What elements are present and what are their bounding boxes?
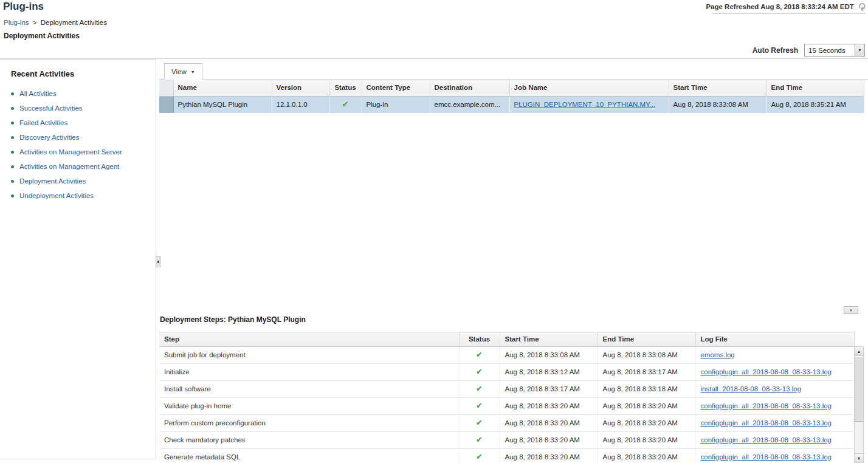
cell-end-time: Aug 8, 2018 8:33:18 AM xyxy=(598,381,695,398)
sidebar-item-label[interactable]: Undeployment Activities xyxy=(19,192,94,199)
col-header-content-type[interactable]: Content Type xyxy=(362,80,430,97)
chevron-down-icon[interactable]: ▼ xyxy=(855,44,864,56)
cell-end-time: Aug 8, 2018 8:33:20 AM xyxy=(598,432,695,449)
table-row[interactable]: Submit job for deployment ✔ Aug 8, 2018 … xyxy=(159,347,854,364)
table-options-button[interactable]: ▼ xyxy=(844,306,858,314)
job-name-link[interactable]: PLUGIN_DEPLOYMENT_10_PYTHIAN.MY... xyxy=(514,101,655,108)
auto-refresh-select[interactable]: 15 Seconds ▼ xyxy=(804,44,865,57)
success-check-icon: ✔ xyxy=(476,435,483,444)
log-file-link[interactable]: configplugin_all_2018-08-08_08-33-13.log xyxy=(701,402,832,410)
col-header-job-name[interactable]: Job Name xyxy=(509,80,669,97)
breadcrumb-current: Deployment Activities xyxy=(41,19,107,26)
sidebar-item-successful-activities[interactable]: Successful Activities xyxy=(11,101,156,115)
log-file-link[interactable]: emoms.log xyxy=(701,351,735,358)
success-check-icon: ✔ xyxy=(476,350,483,359)
col-header-name[interactable]: Name xyxy=(173,80,272,97)
refresh-icon[interactable]: ⟳ xyxy=(856,2,866,11)
col-header-end-time[interactable]: End Time xyxy=(598,332,695,347)
scrollbar-thumb[interactable] xyxy=(855,356,863,422)
sidebar-item-activities-management-agent[interactable]: Activities on Management Agent xyxy=(11,159,156,174)
sidebar-item-failed-activities[interactable]: Failed Activities xyxy=(11,115,156,130)
log-file-link[interactable]: configplugin_all_2018-08-08_08-33-13.log xyxy=(701,453,832,461)
sidebar-title: Recent Activities xyxy=(11,69,156,78)
log-file-link[interactable]: install_2018-08-08_08-33-13.log xyxy=(701,385,802,393)
cell-log-file: configplugin_all_2018-08-08_08-33-13.log xyxy=(695,364,854,381)
cell-step: Submit job for deployment xyxy=(159,347,459,364)
cell-start-time: Aug 8, 2018 8:33:08 AM xyxy=(669,97,766,114)
table-row[interactable]: Check mandatory patches ✔ Aug 8, 2018 8:… xyxy=(159,432,854,449)
table-row[interactable]: Install software ✔ Aug 8, 2018 8:33:17 A… xyxy=(159,381,854,398)
scroll-down-icon: ▼ xyxy=(857,456,861,461)
bullet-icon xyxy=(11,107,14,110)
breadcrumb-separator: > xyxy=(33,19,37,26)
cell-destination: emcc.example.com... xyxy=(430,97,509,114)
sidebar-item-all-activities[interactable]: All Activities xyxy=(11,86,156,101)
log-file-link[interactable]: configplugin_all_2018-08-08_08-33-13.log xyxy=(701,368,832,376)
cell-end-time: Aug 8, 2018 8:33:08 AM xyxy=(598,347,695,364)
page-refreshed-label: Page Refreshed xyxy=(706,3,759,10)
cell-step: Validate plug-in home xyxy=(159,398,459,415)
sidebar-item-label[interactable]: Activities on Management Agent xyxy=(19,163,119,170)
bullet-icon xyxy=(11,151,14,154)
col-header-end-time[interactable]: End Time xyxy=(766,80,864,97)
table-row[interactable]: Validate plug-in home ✔ Aug 8, 2018 8:33… xyxy=(159,398,854,415)
col-header-status[interactable]: Status xyxy=(329,80,362,97)
cell-status: ✔ xyxy=(459,398,500,415)
cell-step: Generate metadata SQL xyxy=(159,449,459,463)
main-panel: View ▼ Name Version Status Content Type … xyxy=(159,59,868,463)
view-menu-button[interactable]: View ▼ xyxy=(164,63,202,80)
activities-header-row: Name Version Status Content Type Destina… xyxy=(159,80,864,97)
cell-log-file: install_2018-08-08_08-33-13.log xyxy=(695,381,854,398)
col-header-version[interactable]: Version xyxy=(272,80,329,97)
page-refreshed-text: Page Refreshed Aug 8, 2018 8:33:24 AM ED… xyxy=(706,3,853,10)
col-header-start-time[interactable]: Start Time xyxy=(500,332,598,347)
scroll-down-button[interactable]: ▼ xyxy=(855,453,863,462)
deployment-steps-title: Deployment Steps: Pythian MySQL Plugin xyxy=(160,315,306,324)
cell-start-time: Aug 8, 2018 8:33:20 AM xyxy=(500,415,598,432)
sidebar-item-label[interactable]: Deployment Activities xyxy=(19,177,86,185)
col-header-destination[interactable]: Destination xyxy=(430,80,509,97)
cell-end-time: Aug 8, 2018 8:33:20 AM xyxy=(598,449,695,463)
sidebar-item-label[interactable]: Activities on Management Server xyxy=(19,148,122,156)
table-row[interactable]: Perform custom preconfiguration ✔ Aug 8,… xyxy=(159,415,854,432)
cell-step: Install software xyxy=(159,381,459,398)
table-row[interactable]: Generate metadata SQL ✔ Aug 8, 2018 8:33… xyxy=(159,449,854,463)
col-header-log-file[interactable]: Log File xyxy=(695,332,854,347)
row-selector-cell[interactable] xyxy=(159,97,173,114)
sidebar-item-activities-management-server[interactable]: Activities on Management Server xyxy=(11,145,156,159)
success-check-icon: ✔ xyxy=(476,452,483,461)
col-header-start-time[interactable]: Start Time xyxy=(669,80,766,97)
table-row[interactable]: Initialize ✔ Aug 8, 2018 8:33:12 AM Aug … xyxy=(159,364,854,381)
sidebar-item-deployment-activities[interactable]: Deployment Activities xyxy=(11,174,156,188)
steps-scrollbar[interactable]: ▲ ▼ xyxy=(854,346,864,463)
cell-step: Perform custom preconfiguration xyxy=(159,415,459,432)
sidebar-item-label[interactable]: Successful Activities xyxy=(19,105,83,112)
cell-start-time: Aug 8, 2018 8:33:12 AM xyxy=(500,364,598,381)
bullet-icon xyxy=(11,165,14,168)
cell-step: Initialize xyxy=(159,364,459,381)
bullet-icon xyxy=(11,180,14,183)
view-menu-label: View xyxy=(171,68,187,75)
cell-log-file: configplugin_all_2018-08-08_08-33-13.log xyxy=(695,415,854,432)
log-file-link[interactable]: configplugin_all_2018-08-08_08-33-13.log xyxy=(701,436,832,444)
table-row[interactable]: Pythian MySQL Plugin 12.1.0.1.0 ✔ Plug-i… xyxy=(159,97,864,114)
cell-job-name: PLUGIN_DEPLOYMENT_10_PYTHIAN.MY... xyxy=(509,97,669,114)
cell-log-file: emoms.log xyxy=(695,347,854,364)
scroll-up-button[interactable]: ▲ xyxy=(855,347,863,356)
breadcrumb-plugins-link[interactable]: Plug-ins xyxy=(4,19,29,26)
bullet-icon xyxy=(11,122,14,125)
chevron-down-icon: ▼ xyxy=(191,70,195,74)
table-toolbar: View ▼ xyxy=(159,59,868,80)
sidebar-item-label[interactable]: Discovery Activities xyxy=(19,134,79,141)
chevron-down-icon: ▼ xyxy=(849,309,853,312)
sidebar-item-undeployment-activities[interactable]: Undeployment Activities xyxy=(11,188,156,203)
sidebar-item-label[interactable]: Failed Activities xyxy=(19,119,67,126)
auto-refresh-control: Auto Refresh 15 Seconds ▼ xyxy=(753,44,865,57)
cell-log-file: configplugin_all_2018-08-08_08-33-13.log xyxy=(695,398,854,415)
page-title: Plug-ins xyxy=(3,1,44,13)
sidebar-item-label[interactable]: All Activities xyxy=(19,90,57,97)
col-header-status[interactable]: Status xyxy=(459,332,500,347)
sidebar-item-discovery-activities[interactable]: Discovery Activities xyxy=(11,130,156,145)
col-header-step[interactable]: Step xyxy=(159,332,459,347)
log-file-link[interactable]: configplugin_all_2018-08-08_08-33-13.log xyxy=(701,419,832,427)
